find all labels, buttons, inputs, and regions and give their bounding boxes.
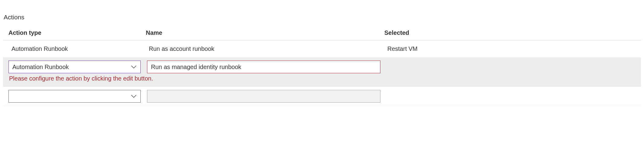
- cell-name-edit: [147, 61, 386, 73]
- action-type-dropdown-empty[interactable]: [8, 90, 141, 103]
- chevron-down-icon: [131, 64, 137, 70]
- table-row-editable: Automation Runbook Please configure the …: [3, 58, 641, 87]
- cell-name-empty: [147, 90, 386, 103]
- table-row: Automation Runbook Run as account runboo…: [3, 41, 641, 58]
- chevron-down-icon: [131, 93, 137, 99]
- dropdown-value: Automation Runbook: [12, 64, 69, 71]
- section-title: Actions: [4, 14, 641, 21]
- validation-message: Please configure the action by clicking …: [8, 73, 641, 84]
- table-header: Action type Name Selected: [3, 27, 641, 41]
- header-name: Name: [146, 29, 384, 36]
- action-type-dropdown[interactable]: Automation Runbook: [8, 61, 141, 73]
- name-input[interactable]: [147, 61, 380, 73]
- actions-table: Action type Name Selected Automation Run…: [3, 27, 641, 106]
- header-action-type: Action type: [8, 29, 146, 36]
- cell-action-type-empty: [8, 90, 147, 103]
- table-row-empty: [3, 87, 641, 106]
- name-input-empty[interactable]: [147, 90, 380, 103]
- cell-action-type-edit: Automation Runbook: [8, 61, 147, 73]
- cell-name: Run as account runbook: [149, 45, 387, 52]
- cell-action-type: Automation Runbook: [11, 45, 149, 52]
- header-selected: Selected: [384, 29, 641, 36]
- cell-selected: Restart VM: [387, 45, 641, 52]
